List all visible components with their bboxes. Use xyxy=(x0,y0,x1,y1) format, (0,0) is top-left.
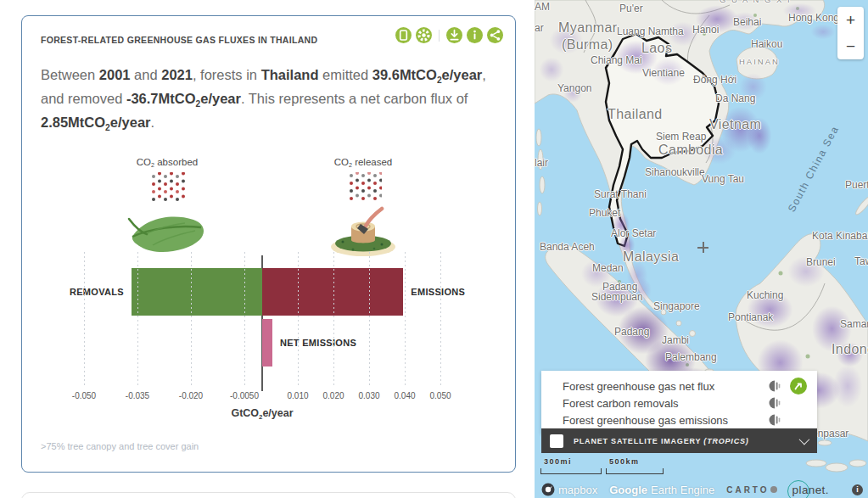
gear-icon xyxy=(416,27,432,43)
emissions-label: EMISSIONS xyxy=(411,287,465,297)
map-label-partial: AM xyxy=(535,1,550,13)
map-label-city: Sidempuan xyxy=(591,291,643,303)
carto-dot-icon xyxy=(770,486,777,493)
info-icon xyxy=(467,27,483,43)
x-tick-label: 0.010 xyxy=(287,391,308,400)
map-label-city: Padang xyxy=(614,326,649,338)
layer-opacity-icon[interactable] xyxy=(768,413,781,427)
zoom-out-button[interactable]: − xyxy=(837,33,864,59)
net-emissions-bar[interactable] xyxy=(262,319,272,367)
layer-opacity-icon[interactable] xyxy=(768,379,781,393)
layer-name: Forest greenhouse gas emissions xyxy=(563,414,768,427)
share-icon xyxy=(487,27,503,43)
map-label-city: Medan xyxy=(592,262,624,274)
map-canvas[interactable]: Pu'er AM ar Myanmar (Burma) Luang Namtha… xyxy=(535,0,868,498)
co2-absorbed-label: CO2 absorbed xyxy=(99,157,235,169)
end-year: 2021 xyxy=(161,67,193,82)
mapbox-logo-icon xyxy=(541,483,555,496)
map-label-country-laos: Laos xyxy=(641,41,672,56)
emitted-value: 39.6MtCO2e/year xyxy=(372,67,483,82)
co2-released-label: CO2 released xyxy=(295,157,431,169)
map-label-partial: Puert xyxy=(845,179,868,191)
basemap-bar: PLANET SATELLITE IMAGERY (TROPICS) xyxy=(541,428,817,453)
zoom-to-layer-button[interactable] xyxy=(790,378,807,394)
map-label-country-thailand: Thailand xyxy=(608,107,663,122)
map-label-city: Yangon xyxy=(557,82,591,94)
scale-miles: 300mi xyxy=(540,468,602,474)
co2-absorbed-figure: CO2 absorbed xyxy=(99,157,235,255)
x-tick-label: -0.020 xyxy=(179,391,203,400)
map-label-city: Phuket xyxy=(589,207,620,219)
attribution-info-button[interactable]: i xyxy=(852,484,863,495)
map-label-city: Brunei xyxy=(806,256,836,268)
map-label-city: Kota Kinabalu xyxy=(812,230,868,242)
map-label-city: Chiang Mai xyxy=(591,54,642,66)
tree-stump-axe-icon xyxy=(328,204,399,257)
toolbar-divider xyxy=(439,30,440,42)
map-legend-panel: Forest greenhouse gas net flux Forest ca… xyxy=(541,371,817,434)
map-label-partial: Samarin xyxy=(840,318,868,330)
removed-value: -36.7MtCO2e/year xyxy=(126,91,241,106)
map-label-city: Pontianak xyxy=(728,311,773,323)
map-label-city: Vientiane xyxy=(642,67,685,79)
widget-toolbar xyxy=(395,27,503,43)
x-gridline xyxy=(440,252,441,386)
settings-button[interactable] xyxy=(416,27,432,43)
removals-label: REMOVALS xyxy=(70,287,124,297)
map-label-city: Siem Reap xyxy=(656,131,706,143)
map-label-region: G U A N G X I xyxy=(720,0,792,4)
basemap-checkbox[interactable] xyxy=(550,434,563,448)
legend-row-removals: Forest carbon removals xyxy=(563,394,807,411)
layer-opacity-icon[interactable] xyxy=(768,396,781,410)
map-label-city-singapore: Singapore xyxy=(653,300,700,312)
leaf-icon xyxy=(127,208,208,255)
planet-attribution[interactable]: planet. xyxy=(789,484,829,496)
legend-row-net-flux: Forest greenhouse gas net flux xyxy=(563,378,807,394)
map-label-city: Haikou xyxy=(751,38,782,50)
co2-molecules-icon xyxy=(344,172,382,201)
planet-ring-icon xyxy=(787,480,809,498)
flux-plot: REMOVALS EMISSIONS NET EMISSIONS GtCO2e/… xyxy=(22,252,517,430)
map-label-city: Jambi xyxy=(662,334,689,346)
summary-text: Between xyxy=(41,67,99,82)
map-label-country-cambodia: Cambodia xyxy=(658,143,723,158)
x-gridline xyxy=(244,252,245,386)
widget-title: FOREST-RELATED GREENHOUSE GAS FLUXES IN … xyxy=(41,35,380,45)
info-button[interactable] xyxy=(467,27,483,43)
removals-bar[interactable] xyxy=(132,268,262,316)
x-gridline xyxy=(405,252,406,386)
chevron-down-icon[interactable] xyxy=(799,434,810,445)
map-label-city: Luang Namtha xyxy=(617,25,684,37)
map-label-country-vietnam: Vietnam xyxy=(709,117,761,132)
x-axis-title: GtCO2e/year xyxy=(231,407,293,421)
map-label-city: Surat Thani xyxy=(594,188,647,200)
download-button[interactable] xyxy=(446,27,462,43)
next-widget-card[interactable] xyxy=(21,492,516,498)
zoom-in-button[interactable]: + xyxy=(837,7,864,33)
share-button[interactable] xyxy=(487,27,503,43)
map-label-partial: ar xyxy=(535,22,544,34)
x-gridline xyxy=(84,252,85,386)
location-name: Thailand xyxy=(261,67,319,82)
map-label-country-malaysia: Malaysia xyxy=(623,249,679,265)
layer-name: Forest greenhouse gas net flux xyxy=(563,380,768,393)
x-gridline xyxy=(137,252,138,386)
map-label-city-hongkong: Hong Kong xyxy=(788,12,839,24)
map-label-country-indonesia: Indone xyxy=(832,342,868,357)
carto-attribution[interactable]: CARTO xyxy=(726,485,776,495)
x-tick-label: 0.020 xyxy=(322,391,344,400)
map-label-city: Vung Tau xyxy=(702,173,744,185)
widget-card: FOREST-RELATED GREENHOUSE GAS FLUXES IN … xyxy=(21,15,516,473)
map-label-partial: Taw xyxy=(854,255,868,267)
google-earth-engine-attribution[interactable]: Google Earth Engine xyxy=(609,484,714,496)
x-tick-label: 0.040 xyxy=(394,391,415,400)
show-on-map-button[interactable] xyxy=(395,27,412,43)
map-label-city: Alor Setar xyxy=(611,227,656,239)
map-label-city: Sihanoukville xyxy=(645,166,705,178)
map-icon xyxy=(395,27,412,43)
mapbox-attribution[interactable]: mapbox xyxy=(541,483,597,496)
x-gridline xyxy=(298,252,299,386)
chart-footnote: >75% tree canopy and tree cover gain xyxy=(41,441,199,451)
map-label-city: Palembang xyxy=(665,351,717,363)
summary-sentence: Between 2001 and 2021, forests in Thaila… xyxy=(41,64,506,135)
